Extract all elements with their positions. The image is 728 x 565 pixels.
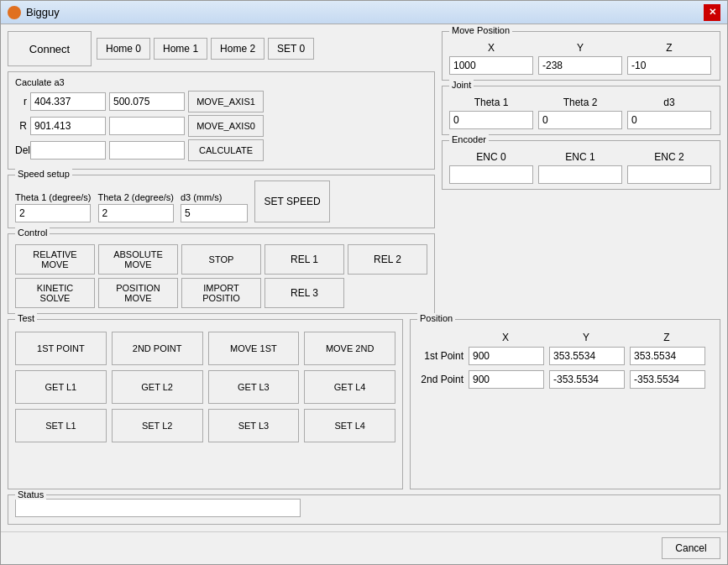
- d3-input[interactable]: [627, 111, 711, 129]
- calc-delta-row: Delta CALCULATE: [15, 139, 427, 161]
- p1-x-input[interactable]: [469, 347, 544, 365]
- r-input1[interactable]: [30, 92, 106, 111]
- calc-R-row: R MOVE_AXIS0: [15, 115, 427, 137]
- status-section: Status: [8, 494, 720, 525]
- test-section: Test 1ST POINT 2ND POINT MOVE 1ST MOVE 2…: [8, 319, 403, 489]
- app-icon: [8, 6, 21, 19]
- get-l1-button[interactable]: GET L1: [15, 370, 107, 404]
- calculate-button[interactable]: CALCULATE: [188, 139, 264, 161]
- connect-button[interactable]: Connect: [8, 31, 92, 66]
- point2-row: 2nd Point: [417, 370, 713, 389]
- calc-r-row: r MOVE_AXIS1: [15, 91, 427, 112]
- home2-button[interactable]: Home 2: [211, 38, 264, 60]
- enc0-input[interactable]: [449, 165, 533, 184]
- home1-button[interactable]: Home 1: [154, 38, 207, 60]
- move-y-input[interactable]: [538, 56, 622, 75]
- point1-label: 1st Point: [417, 350, 464, 362]
- R-input1[interactable]: [30, 117, 106, 135]
- connect-row: Connect Home 0 Home 1 Home 2 SET 0: [8, 31, 435, 66]
- encoder-inputs: [449, 165, 713, 184]
- stop-button[interactable]: STOP: [181, 244, 261, 275]
- p2-z-input[interactable]: [630, 370, 705, 389]
- move-y-label: Y: [538, 42, 622, 54]
- speed-section-label: Speed setup: [15, 169, 72, 179]
- set-speed-button[interactable]: SET SPEED: [254, 180, 330, 222]
- rel3-button[interactable]: REL 3: [264, 278, 344, 308]
- titlebar-left: Bigguy: [8, 6, 60, 19]
- kinetic-solve-button[interactable]: KINETIC SOLVE: [15, 278, 95, 308]
- p2-y-input[interactable]: [549, 370, 625, 389]
- speed-fields: Theta 1 (degree/s) Theta 2 (degree/s) d3…: [15, 192, 248, 222]
- move-z-input[interactable]: [627, 56, 711, 75]
- set-l4-button[interactable]: SET L4: [304, 409, 395, 442]
- import-position-button[interactable]: IMPORT POSITIO: [181, 278, 261, 308]
- theta2-speed-input[interactable]: [98, 204, 174, 222]
- encoder-section: Encoder ENC 0 ENC 1 ENC 2: [442, 140, 720, 190]
- point2-label: 2nd Point: [417, 374, 464, 385]
- r-input2[interactable]: [109, 92, 185, 111]
- move-position-section: Move Position X Y Z: [442, 31, 720, 81]
- d3-speed-input[interactable]: [181, 204, 248, 222]
- get-l2-button[interactable]: GET L2: [112, 370, 203, 404]
- move-x-input[interactable]: [449, 56, 533, 75]
- encoder-header: ENC 0 ENC 1 ENC 2: [449, 151, 713, 163]
- move-1st-button[interactable]: MOVE 1ST: [208, 332, 300, 365]
- enc2-input[interactable]: [627, 165, 711, 184]
- calculate-section: Caculate a3 r MOVE_AXIS1 R MOVE_AXIS0: [8, 71, 435, 170]
- close-button[interactable]: ✕: [704, 4, 720, 21]
- encoder-label: Encoder: [449, 134, 489, 144]
- home0-button[interactable]: Home 0: [97, 38, 150, 60]
- control-section: Control RELATIVE MOVE ABSOLUTE MOVE STOP…: [8, 233, 435, 314]
- theta1-input[interactable]: [449, 111, 533, 129]
- position-move-button[interactable]: POSITION MOVE: [98, 278, 178, 308]
- 1st-point-button[interactable]: 1ST POINT: [15, 332, 107, 365]
- d3-speed-field: d3 (mm/s): [181, 192, 248, 222]
- move-z-label: Z: [627, 42, 711, 54]
- theta1-label: Theta 1: [449, 97, 533, 108]
- R-input2[interactable]: [109, 117, 185, 135]
- move-2nd-button[interactable]: MOVE 2ND: [304, 332, 395, 365]
- status-input[interactable]: [15, 499, 301, 517]
- rel1-button[interactable]: REL 1: [264, 244, 344, 275]
- move-pos-inputs: [449, 56, 713, 75]
- joint-label: Joint: [449, 80, 474, 90]
- R-label: R: [15, 120, 27, 132]
- theta1-speed-input[interactable]: [15, 204, 91, 222]
- theta2-input[interactable]: [538, 111, 622, 129]
- get-l3-button[interactable]: GET L3: [208, 370, 300, 404]
- home-row: Home 0 Home 1 Home 2 SET 0: [97, 38, 314, 60]
- p2-x-input[interactable]: [469, 370, 544, 389]
- 2nd-point-button[interactable]: 2ND POINT: [112, 332, 203, 365]
- p1-z-input[interactable]: [630, 347, 705, 365]
- d3-label: d3: [627, 97, 711, 108]
- p1-y-input[interactable]: [549, 347, 625, 365]
- set-l2-button[interactable]: SET L2: [112, 409, 203, 442]
- relative-move-button[interactable]: RELATIVE MOVE: [15, 244, 95, 275]
- delta-input2[interactable]: [109, 141, 185, 160]
- enc1-input[interactable]: [538, 165, 622, 184]
- position-table: X Y Z 1st Point 2nd Point: [417, 332, 713, 389]
- d3-speed-label: d3 (mm/s): [181, 192, 248, 202]
- joint-section: Joint Theta 1 Theta 2 d3: [442, 86, 720, 135]
- move-axis0-button[interactable]: MOVE_AXIS0: [188, 115, 264, 137]
- joint-header: Theta 1 Theta 2 d3: [449, 97, 713, 108]
- position-section-label: Position: [417, 313, 455, 323]
- delta-input1[interactable]: [30, 141, 106, 160]
- rel2-button[interactable]: REL 2: [348, 244, 427, 275]
- right-panel: Move Position X Y Z: [442, 31, 720, 314]
- set-l1-button[interactable]: SET L1: [15, 409, 107, 442]
- main-window: Bigguy ✕ Connect Home 0 Home 1 Home 2 SE…: [0, 0, 728, 565]
- status-label: Status: [15, 489, 46, 500]
- cancel-button[interactable]: Cancel: [662, 537, 720, 559]
- pos-z-label: Z: [629, 332, 704, 343]
- delta-label: Delta: [15, 144, 27, 156]
- set0-button[interactable]: SET 0: [268, 38, 314, 60]
- point1-row: 1st Point: [417, 347, 713, 365]
- get-l4-button[interactable]: GET L4: [304, 370, 395, 404]
- speed-section: Speed setup Theta 1 (degree/s) Theta 2 (…: [8, 175, 435, 228]
- theta2-field: Theta 2 (degree/s): [98, 192, 175, 222]
- move-x-label: X: [449, 42, 533, 54]
- absolute-move-button[interactable]: ABSOLUTE MOVE: [98, 244, 178, 275]
- set-l3-button[interactable]: SET L3: [208, 409, 300, 442]
- move-axis1-button[interactable]: MOVE_AXIS1: [188, 91, 264, 112]
